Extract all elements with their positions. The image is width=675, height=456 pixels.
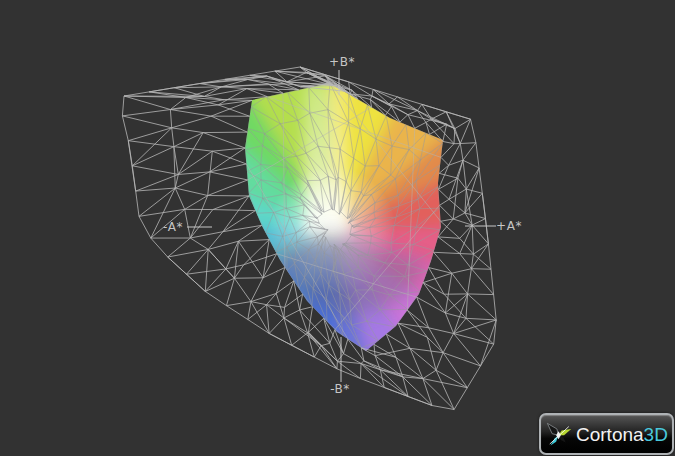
axis-label-plus-a: +A*: [496, 219, 522, 233]
logo-text-3d: 3D: [644, 424, 668, 445]
3d-viewport[interactable]: +B* -B* +A* -A* Cortona3D: [0, 0, 675, 456]
cortona3d-logo[interactable]: Cortona3D: [539, 413, 674, 455]
axis-label-minus-b: -B*: [330, 382, 350, 396]
star-blade-dark: [547, 423, 558, 435]
axis-label-minus-a: -A*: [163, 220, 183, 234]
axis-label-plus-b: +B*: [329, 55, 355, 69]
logo-text: Cortona3D: [576, 425, 668, 444]
logo-text-cortona: Cortona: [576, 424, 644, 445]
cortona3d-star-icon: [545, 420, 572, 449]
